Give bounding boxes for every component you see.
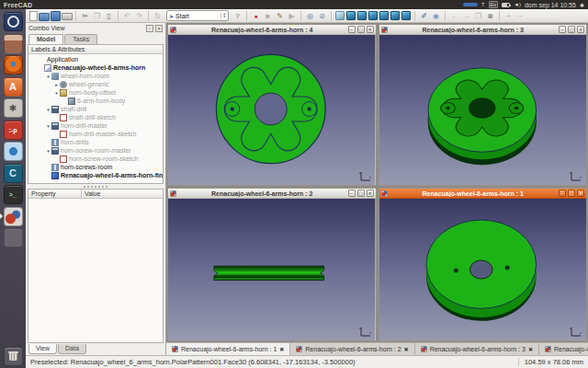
macro-stop-icon[interactable]: ■: [263, 10, 274, 21]
tree-item-shaft-drill-sketch[interactable]: shaft-drill-sketch: [28, 113, 163, 121]
tree-item-horn-screw-room-master[interactable]: ▾ horn-screw-room-master: [28, 146, 163, 155]
input-method-icon[interactable]: T: [481, 2, 485, 7]
terminal-icon[interactable]: >_: [4, 185, 23, 204]
combo-view-tab[interactable]: Tasks: [64, 34, 97, 44]
3d-viewport-iso[interactable]: zx: [379, 35, 587, 185]
media-player-icon[interactable]: :-p: [4, 121, 23, 140]
tree-item-final[interactable]: Renacuajo-wheel-6-arms-horn-final: [28, 171, 163, 179]
session-gear-icon[interactable]: ✱: [580, 2, 584, 8]
web-browser-icon[interactable]: [4, 142, 23, 161]
toolbar-separator[interactable]: [75, 11, 76, 21]
tree-expander-icon[interactable]: ▸: [53, 82, 60, 87]
workbench-selector[interactable]: ➤ Start ▲▼: [166, 10, 229, 21]
view-rear-icon[interactable]: [379, 11, 389, 20]
clock[interactable]: dom sep 14 10:55: [525, 2, 576, 8]
view-bottom-icon[interactable]: [390, 11, 400, 20]
property-tab[interactable]: Data: [58, 344, 86, 354]
close-button[interactable]: ✕: [577, 190, 584, 197]
tree-item-shaft-drill[interactable]: ▾ shaft-drill: [28, 105, 163, 113]
subwindow-titlebar[interactable]: Renacuajo-wheel-6-arms-horn : 3 – ▢ ✕: [379, 25, 587, 35]
minimize-button[interactable]: –: [559, 26, 566, 33]
tree-item-horn-drill-master[interactable]: ▾ horn-drill-master: [28, 121, 163, 130]
tree-item-6-arm-horn-body[interactable]: 6-arm-horn-body: [28, 97, 163, 105]
view-front-icon[interactable]: [346, 11, 356, 20]
files-icon[interactable]: [4, 34, 23, 53]
nav-forward-icon[interactable]: →: [461, 10, 472, 21]
nav-style-icon[interactable]: ◉: [431, 10, 442, 21]
toolbar-separator[interactable]: [300, 11, 301, 21]
toolbar-separator[interactable]: [246, 11, 247, 21]
toolbar-separator[interactable]: [148, 11, 149, 21]
close-button[interactable]: ✕: [367, 26, 374, 33]
combo-view-tab[interactable]: Model: [28, 34, 63, 44]
tree-item-horn-drill-master-sketch[interactable]: horn-drill-master-sketch: [28, 130, 163, 138]
copy-icon[interactable]: ❐: [92, 10, 103, 21]
close-button[interactable]: ✕: [577, 26, 584, 33]
toolbar-separator[interactable]: [331, 11, 332, 21]
tree-expander-icon[interactable]: ▾: [45, 107, 51, 112]
macro-record-icon[interactable]: ●: [251, 10, 262, 21]
link-view-icon[interactable]: ❐: [473, 10, 484, 21]
view-axonometric-icon[interactable]: [335, 11, 345, 20]
tree-item-document[interactable]: Renacuajo-wheel-6-arms-horn: [28, 63, 163, 72]
3d-viewport-back[interactable]: zx: [379, 199, 587, 340]
tree-item-horn-drills[interactable]: horn-drills: [28, 138, 163, 146]
maximize-button[interactable]: ▢: [568, 190, 575, 197]
new-document-icon[interactable]: [29, 11, 38, 21]
background-app-icon[interactable]: [4, 228, 23, 247]
tree-expander-icon[interactable]: ▾: [45, 123, 51, 129]
maximize-button[interactable]: ▢: [357, 26, 365, 33]
maximize-button[interactable]: ▢: [568, 26, 575, 33]
volume-icon[interactable]: ◄): [514, 2, 521, 7]
tree-expander-icon[interactable]: ▾: [53, 90, 60, 96]
tree-item-horn-body-offset[interactable]: ▾ horn-body-offset: [28, 88, 163, 97]
nav-back-icon[interactable]: ←: [449, 10, 460, 21]
toolbar-separator[interactable]: [499, 11, 500, 21]
cut-icon[interactable]: ✂: [80, 10, 91, 21]
zoom-in-icon[interactable]: +: [503, 10, 514, 21]
subwindow-titlebar-active[interactable]: Renacuajo-wheel-6-arms-horn : 1 – ▢ ✕: [379, 189, 587, 199]
print-icon[interactable]: [62, 13, 73, 20]
save-icon[interactable]: [51, 11, 61, 21]
zoom-fit-icon[interactable]: ◎: [305, 10, 316, 21]
toolbar-separator[interactable]: [445, 11, 446, 21]
tree-item-horn-screws-room[interactable]: horn-screws-room: [28, 163, 163, 171]
window-tab[interactable]: Renacuajo-wheel-6-arms-horn : 2 ✖: [290, 343, 414, 355]
paste-icon[interactable]: ▯: [104, 10, 115, 21]
macro-run-icon[interactable]: ▶: [287, 10, 298, 21]
view-right-icon[interactable]: [368, 11, 378, 20]
window-tab[interactable]: Renacuajo-wheel-6-arms-horn : 3 ✖: [415, 343, 539, 355]
keyboard-layout-indicator[interactable]: Es: [489, 1, 498, 8]
minimize-button[interactable]: –: [348, 190, 356, 197]
tree-item-horn-screw-room-sketch[interactable]: horn-screw-room-sketch: [28, 155, 163, 163]
dash-home-icon[interactable]: [4, 12, 23, 31]
macro-edit-icon[interactable]: ✎: [275, 10, 286, 21]
tree-item-wheel-horn-room[interactable]: ▾ wheel-horn-room: [28, 72, 163, 80]
refresh-icon[interactable]: ↻: [153, 10, 164, 21]
tree-item-application[interactable]: Application: [28, 55, 163, 63]
maximize-button[interactable]: ▢: [357, 190, 365, 197]
tab-close-icon[interactable]: ✖: [279, 346, 284, 352]
whats-this-icon[interactable]: ?: [232, 10, 243, 21]
firefox-icon[interactable]: [4, 55, 23, 75]
redo-icon[interactable]: ↷: [134, 10, 145, 21]
tree-item-wheel-generic[interactable]: ▸ wheel-generic: [28, 80, 163, 88]
panel-float-button[interactable]: ▫: [146, 25, 153, 32]
tab-close-icon[interactable]: ✖: [404, 346, 409, 352]
draw-style-icon[interactable]: ⊘: [317, 10, 328, 21]
tab-close-icon[interactable]: ✖: [528, 346, 533, 352]
toolbar-separator[interactable]: [118, 11, 119, 21]
close-button[interactable]: ✕: [367, 190, 374, 197]
minimize-button[interactable]: –: [348, 26, 356, 33]
subwindow-titlebar[interactable]: Renacuajo-wheel-6-arms-horn : 4 – ▢ ✕: [168, 25, 376, 35]
view-left-icon[interactable]: [401, 11, 411, 20]
minimize-button[interactable]: –: [559, 190, 566, 197]
freecad-icon[interactable]: [4, 207, 23, 226]
trash-icon[interactable]: [4, 347, 23, 366]
zoom-out-icon[interactable]: −: [515, 10, 526, 21]
close-view-icon[interactable]: ⊗: [485, 10, 496, 21]
system-settings-icon[interactable]: ✱: [4, 98, 23, 118]
value-column-header[interactable]: Value: [82, 190, 163, 198]
chromium-icon[interactable]: C: [4, 164, 23, 183]
toolbar-separator[interactable]: [414, 11, 415, 21]
